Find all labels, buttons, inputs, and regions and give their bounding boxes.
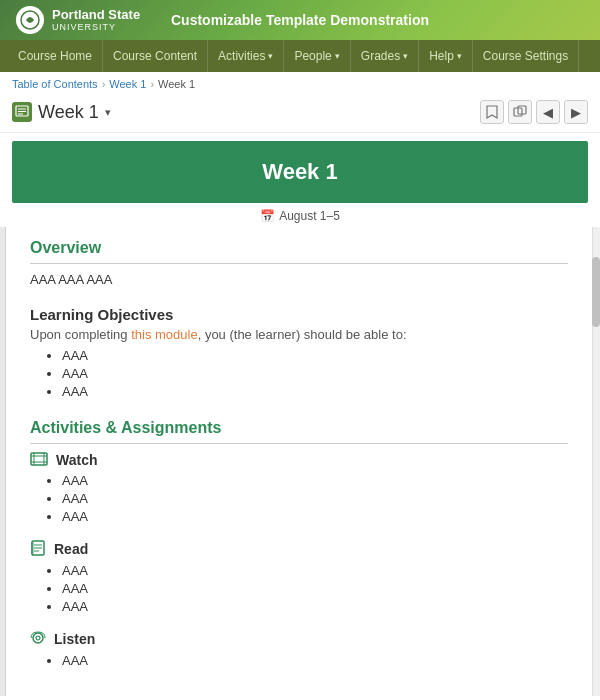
nav-bar: Course Home Course Content Activities ▾ … <box>0 40 600 72</box>
collapse-handle[interactable] <box>0 227 6 696</box>
breadcrumb-current: Week 1 <box>158 78 195 90</box>
date-label: August 1–5 <box>279 209 340 223</box>
page-title-actions: ◀ ▶ <box>480 100 588 124</box>
svg-point-18 <box>33 633 43 643</box>
list-item: AAA <box>62 563 568 578</box>
nav-people[interactable]: People ▾ <box>284 40 350 72</box>
read-title: Read <box>30 540 568 559</box>
content-area: Overview AAA AAA AAA Learning Objectives… <box>6 227 592 696</box>
intro-suffix: , you (the learner) should be able to: <box>198 327 407 342</box>
list-item: AAA <box>62 491 568 506</box>
list-item: AAA <box>62 599 568 614</box>
logo-text: Portland State UNIVERSITY <box>52 7 140 33</box>
read-icon <box>30 540 46 559</box>
scrollbar-thumb[interactable] <box>592 257 600 327</box>
list-item: AAA <box>62 581 568 596</box>
share-button[interactable] <box>508 100 532 124</box>
read-label: Read <box>54 541 88 557</box>
logo-area: Portland State UNIVERSITY <box>16 6 140 34</box>
svg-rect-8 <box>31 453 47 465</box>
learning-objectives-section: Learning Objectives Upon completing this… <box>30 306 568 399</box>
page-title-bar: Week 1 ▾ ◀ ▶ <box>0 96 600 133</box>
nav-grades[interactable]: Grades ▾ <box>351 40 419 72</box>
listen-title: Listen <box>30 630 568 649</box>
bookmark-button[interactable] <box>480 100 504 124</box>
watch-icon <box>30 452 48 469</box>
list-item: AAA <box>62 366 568 381</box>
page-title: Week 1 <box>38 102 99 123</box>
listen-icon <box>30 630 46 649</box>
top-header: Portland State UNIVERSITY Customizable T… <box>0 0 600 40</box>
list-item: AAA <box>62 509 568 524</box>
nav-course-content[interactable]: Course Content <box>103 40 208 72</box>
page-title-left: Week 1 ▾ <box>12 102 111 123</box>
list-item: AAA <box>62 653 568 668</box>
list-item: AAA <box>62 473 568 488</box>
nav-activities[interactable]: Activities ▾ <box>208 40 284 72</box>
watch-title: Watch <box>30 452 568 469</box>
listen-list: AAA <box>62 653 568 668</box>
list-item: AAA <box>62 384 568 399</box>
listen-activity: Listen AAA <box>30 630 568 668</box>
week-date: 📅 August 1–5 <box>0 203 600 227</box>
main-wrapper: Overview AAA AAA AAA Learning Objectives… <box>0 227 600 696</box>
list-item: AAA <box>62 348 568 363</box>
site-title: Customizable Template Demonstration <box>171 12 429 28</box>
nav-course-settings[interactable]: Course Settings <box>473 40 579 72</box>
psu-logo-icon <box>16 6 44 34</box>
svg-rect-17 <box>31 542 34 554</box>
learning-objectives-heading: Learning Objectives <box>30 306 568 323</box>
watch-label: Watch <box>56 452 97 468</box>
overview-text: AAA AAA AAA <box>30 270 568 290</box>
nav-course-home[interactable]: Course Home <box>8 40 103 72</box>
intro-prefix: Upon completing <box>30 327 131 342</box>
watch-activity: Watch AAA AAA AAA <box>30 452 568 524</box>
overview-heading: Overview <box>30 239 568 264</box>
learning-objectives-list: AAA AAA AAA <box>62 348 568 399</box>
svg-point-1 <box>28 18 32 22</box>
scrollbar-track <box>592 227 600 696</box>
learning-objectives-intro: Upon completing this module, you (the le… <box>30 327 568 342</box>
svg-point-19 <box>36 636 40 640</box>
activities-section: Activities & Assignments Watch <box>30 419 568 668</box>
breadcrumb: Table of Contents › Week 1 › Week 1 <box>0 72 600 96</box>
next-button[interactable]: ▶ <box>564 100 588 124</box>
read-list: AAA AAA AAA <box>62 563 568 614</box>
breadcrumb-week1-link[interactable]: Week 1 <box>109 78 146 90</box>
nav-help[interactable]: Help ▾ <box>419 40 473 72</box>
breadcrumb-toc[interactable]: Table of Contents <box>12 78 98 90</box>
listen-label: Listen <box>54 631 95 647</box>
page-icon <box>12 102 32 122</box>
overview-section: Overview AAA AAA AAA <box>30 239 568 290</box>
intro-highlight: this module <box>131 327 197 342</box>
watch-list: AAA AAA AAA <box>62 473 568 524</box>
activities-heading: Activities & Assignments <box>30 419 568 444</box>
prev-button[interactable]: ◀ <box>536 100 560 124</box>
week-banner: Week 1 <box>12 141 588 203</box>
calendar-icon: 📅 <box>260 209 275 223</box>
read-activity: Read AAA AAA AAA <box>30 540 568 614</box>
page-title-dropdown[interactable]: ▾ <box>105 106 111 119</box>
